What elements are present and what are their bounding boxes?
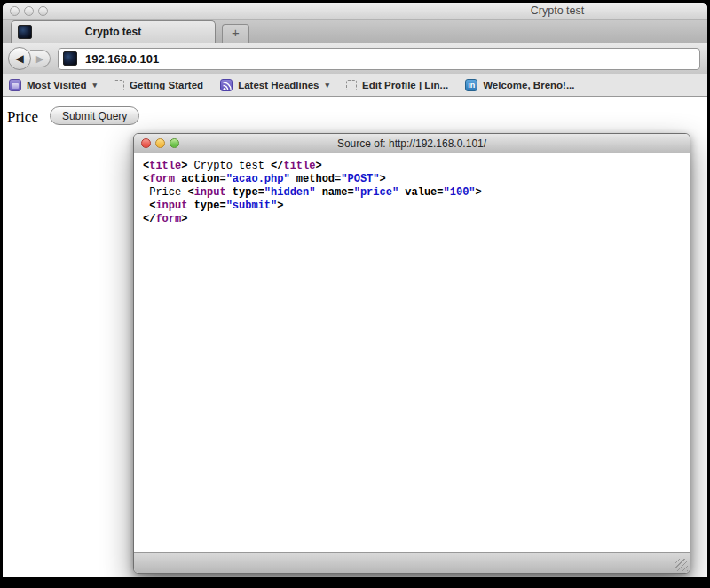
code-line: <input type="submit">: [143, 200, 681, 213]
navigation-toolbar: ◀ ▶ 192.168.0.101: [3, 43, 707, 74]
bookmark-label: Most Visited: [27, 80, 87, 90]
code-line: <form action="acao.php" method="POST">: [143, 173, 681, 186]
chevron-down-icon: ▾: [93, 81, 98, 90]
bookmark-placeholder-icon: [114, 80, 124, 90]
bookmark-label: Latest Headlines: [238, 80, 319, 90]
zoom-button[interactable]: [170, 138, 179, 148]
minimize-button[interactable]: [24, 6, 34, 16]
url-bar[interactable]: 192.168.0.101: [58, 48, 700, 70]
source-window-title: Source of: http://192.168.0.101/: [337, 137, 486, 150]
site-favicon: [63, 51, 77, 66]
bookmark-label: Getting Started: [130, 80, 203, 90]
source-code: <title> Crypto test </title><form action…: [134, 153, 690, 552]
tab-label: Crypto test: [12, 26, 215, 38]
window-title: Crypto test: [486, 4, 628, 17]
zoom-button[interactable]: [38, 6, 48, 16]
code-line: <title> Crypto test </title>: [143, 160, 681, 173]
resize-grip[interactable]: [675, 559, 688, 571]
bookmark-most-visited[interactable]: Most Visited▾: [9, 79, 97, 91]
bookmark-label: Edit Profile | Lin...: [362, 80, 448, 90]
linkedin-icon: in: [465, 79, 477, 91]
history-buttons: ◀ ▶: [8, 47, 52, 70]
tab-bar: Crypto test +: [3, 20, 707, 43]
bookmark-label: Welcome, Breno!...: [483, 80, 574, 90]
source-window-statusbar: [134, 552, 690, 573]
source-window-titlebar: Source of: http://192.168.0.101/: [134, 134, 690, 153]
close-button[interactable]: [141, 138, 151, 148]
bookmark-edit-profile-lin[interactable]: Edit Profile | Lin...: [346, 80, 448, 90]
price-label: Price: [7, 108, 38, 125]
forward-button[interactable]: ▶: [30, 50, 51, 67]
bookmarks-toolbar: Most Visited▾Getting StartedLatest Headl…: [3, 74, 707, 97]
bookmark-welcome-breno[interactable]: inWelcome, Breno!...: [465, 79, 574, 91]
screenshot-frame: Crypto test Crypto test + ◀ ▶ 192.168.0.…: [0, 0, 710, 588]
minimize-button[interactable]: [155, 138, 165, 148]
forward-arrow-icon: ▶: [36, 53, 43, 65]
bookmark-getting-started[interactable]: Getting Started: [114, 80, 203, 90]
bookmark-latest-headlines[interactable]: Latest Headlines▾: [220, 79, 329, 91]
bookmark-placeholder-icon: [346, 80, 357, 90]
window-titlebar: Crypto test: [3, 3, 707, 20]
window-controls: [141, 138, 179, 148]
most-visited-icon: [9, 79, 21, 91]
tab-crypto-test[interactable]: Crypto test: [11, 20, 216, 43]
close-button[interactable]: [10, 6, 20, 16]
submit-query-button[interactable]: Submit Query: [50, 106, 139, 125]
back-arrow-icon: ◀: [15, 52, 23, 65]
rss-icon: [220, 79, 233, 91]
view-source-window: Source of: http://192.168.0.101/ <title>…: [133, 133, 690, 574]
code-line: </form>: [143, 213, 681, 226]
window-controls: [10, 6, 48, 16]
new-tab-button[interactable]: +: [222, 24, 249, 43]
code-line: Price <input type="hidden" name="price" …: [143, 186, 681, 200]
url-text: 192.168.0.101: [85, 52, 159, 66]
chevron-down-icon: ▾: [326, 81, 330, 90]
back-button[interactable]: ◀: [8, 47, 31, 70]
